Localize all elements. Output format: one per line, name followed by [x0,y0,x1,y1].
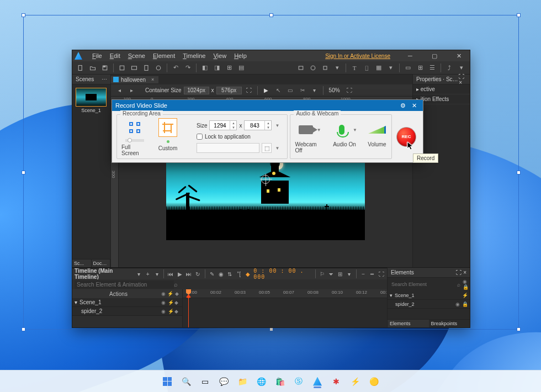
text-tool-icon[interactable]: T [349,63,359,73]
zoom-out-icon[interactable]: − [360,270,367,278]
menu-help[interactable]: Help [231,51,250,60]
gear-icon[interactable]: ⚙ [397,102,409,109]
chevron-down-icon[interactable]: ▼ [317,128,321,133]
pick-application-button[interactable]: ⬚ [262,143,272,153]
lock-to-application-checkbox[interactable] [197,134,203,140]
license-link[interactable]: Sign In or Activate License [325,53,390,59]
media-3-icon[interactable]: ☰ [427,63,437,73]
shape-square-icon[interactable] [320,63,330,73]
keyframe-icon[interactable]: ◆ [245,270,251,278]
timeline-ruler[interactable]: 00:00 00:02 00:03 00:05 00:07 00:08 00:1… [183,289,387,327]
menu-view[interactable]: View [210,51,230,60]
tool-b-icon[interactable]: ◨ [212,63,222,73]
zoom-fit-icon[interactable]: ⛶ [344,86,354,96]
playhead[interactable] [188,289,189,327]
add-icon[interactable]: + [145,270,151,278]
prop-section[interactable]: ▸ ective [413,84,470,94]
prev-frame-icon[interactable]: ⏮ [167,270,174,278]
track-row-spider[interactable]: spider_2◉⚡◆ [72,307,182,316]
flag1-icon[interactable]: ⚐ [319,270,326,278]
new-icon[interactable] [76,63,86,73]
chevron-down-icon[interactable]: ▾ [310,86,320,96]
maximize-button[interactable]: ▢ [426,51,443,61]
save-icon[interactable] [100,63,110,73]
scene-thumbnail[interactable]: Scene_1 [76,88,107,113]
tool-3-icon[interactable] [141,63,151,73]
taskbar-chat-icon[interactable]: 💬 [216,374,231,389]
chevron-down-icon[interactable]: ▾ [457,63,466,73]
minimize-button[interactable]: ─ [401,51,419,61]
menu-timeline[interactable]: Timeline [179,51,209,60]
taskbar-app-icon[interactable] [310,374,325,389]
grid-icon[interactable]: ⊞ [337,270,343,278]
chevron-down-icon[interactable]: ▾ [346,270,353,278]
fwd-icon[interactable]: ▸ [126,86,136,96]
search-icon[interactable]: ⌕ [174,281,178,288]
next-frame-icon[interactable]: ⏭ [185,270,192,278]
application-field[interactable] [197,143,259,153]
tab-sc[interactable]: Sc... [72,259,92,267]
tool-c-icon[interactable]: ⊞ [224,63,234,73]
timeline-search-input[interactable] [75,280,174,289]
cursor-icon[interactable]: ↖ [273,86,283,96]
custom-option[interactable]: Custom [155,118,181,156]
taskbar-taskview-icon[interactable]: ▭ [197,374,213,389]
input-tool-icon[interactable]: ⌷ [362,63,372,73]
full-screen-option[interactable]: Full Screen [121,118,148,156]
tab-elements[interactable]: Elements [388,320,429,327]
crop-tool-icon[interactable]: ✂ [298,86,307,96]
zoom-slider-icon[interactable]: ━ [369,270,375,278]
tool-4-icon[interactable] [153,63,163,73]
rect-tool-icon[interactable]: ▭ [285,86,295,96]
preset-dropdown-icon[interactable]: ▼ [275,123,279,128]
chevron-down-icon[interactable]: ▼ [353,128,357,133]
chevron-down-icon[interactable]: ▾ [135,270,142,278]
document-tab[interactable]: halloween × [111,76,158,83]
size-width-input[interactable]: ▲▼ [209,120,237,130]
shape-rect-icon[interactable] [296,63,306,73]
image-tool-icon[interactable]: ▦ [374,63,384,73]
taskbar-skype-icon[interactable]: Ⓢ [291,374,306,389]
taskbar-search-icon[interactable]: 🔍 [178,374,194,389]
tool-d-icon[interactable]: ▤ [236,63,246,73]
flag2-icon[interactable]: ⏷ [328,270,335,278]
menu-file[interactable]: File [89,51,105,60]
media-1-icon[interactable]: ▭ [403,63,413,73]
menu-element[interactable]: Element [150,51,178,60]
tab-docu[interactable]: Docu... [92,259,111,267]
zoom-in-icon[interactable]: ⛶ [378,270,385,278]
redo-icon[interactable]: ↷ [183,63,193,73]
search-icon[interactable]: ⌕ [457,282,460,288]
home-icon[interactable]: ◂ [114,86,124,96]
loop-icon[interactable]: ↻ [194,270,201,278]
menu-scene[interactable]: Scene [125,51,148,60]
dialog-titlebar[interactable]: Record Video Slide ⚙ ✕ [112,100,423,111]
open-icon[interactable] [88,63,98,73]
play-icon[interactable]: ▶ [261,86,271,96]
taskbar-explorer-icon[interactable]: 📁 [235,374,250,389]
close-button[interactable]: ✕ [450,51,468,61]
tool-2-icon[interactable] [129,63,139,73]
size-height-input[interactable]: ▲▼ [244,120,272,130]
webcam-toggle[interactable]: ▼ Webcam Off [295,121,322,153]
container-height-input[interactable] [216,87,242,94]
start-button[interactable] [160,374,175,389]
tab-breakpoints[interactable]: Breakpoints [429,320,470,327]
element-row-spider[interactable]: spider_2◉🔒 [388,300,470,309]
elements-search-input[interactable] [390,281,455,288]
snap-icon[interactable]: "[ [236,270,242,278]
taskbar-app3-icon[interactable]: ⚡ [347,374,363,389]
chevron-down-icon[interactable]: ▾ [386,63,396,73]
chevron-down-icon[interactable]: ▼ [275,146,279,151]
media-2-icon[interactable]: ⊞ [415,63,425,73]
menu-edit[interactable]: Edit [107,51,124,60]
title-bar[interactable]: File Edit Scene Element Timeline View He… [72,50,470,61]
play-icon[interactable]: ▶ [177,270,183,278]
taskbar-chrome-icon[interactable]: 🟡 [366,374,381,389]
taskbar-edge-icon[interactable]: 🌐 [253,374,269,389]
record-point-icon[interactable]: ◉ [218,270,224,278]
audio-toggle[interactable]: ▼ Audio On [332,121,357,147]
taskbar[interactable]: 🔍 ▭ 💬 📁 🌐 🛍️ Ⓢ ✱ ⚡ 🟡 [0,370,541,392]
shape-circle-icon[interactable] [308,63,318,73]
taskbar-store-icon[interactable]: 🛍️ [272,374,288,389]
